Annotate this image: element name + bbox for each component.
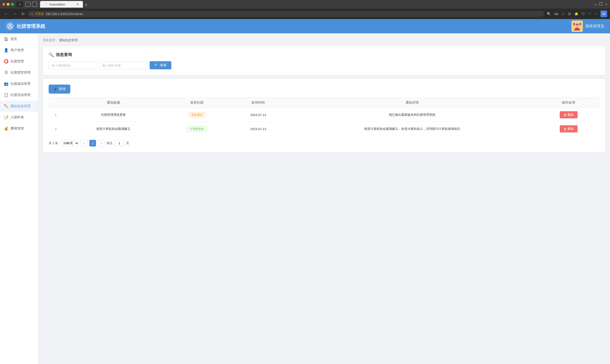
sidebar-item-activities-label: 社团活动管理 (11, 93, 30, 97)
notices-icon: ✏️ (4, 104, 9, 108)
delete-label: 删除 (568, 113, 574, 117)
sidebar-item-users-label: 用户管理 (11, 48, 24, 52)
members-icon: 👥 (4, 81, 9, 86)
row-detail: 祝贺计算机协会圆满建立，欢迎大家的加入，共同探讨计算机领域知识 (287, 122, 538, 136)
search-action-button[interactable]: 🔍 (546, 11, 552, 17)
delete-button[interactable]: 🗑 删除 (560, 111, 578, 118)
row-date: 2023-07-13 (230, 108, 287, 122)
notice-title-input[interactable] (49, 62, 96, 69)
svg-point-7 (577, 24, 578, 25)
add-btn-label: 新增 (59, 87, 65, 91)
sidebar-item-members-label: 社团成员管理 (11, 82, 30, 86)
shield-button[interactable]: 🛡 (581, 11, 586, 17)
sidebar-item-home-label: 首页 (11, 37, 17, 41)
search-title-text: 信息查询 (56, 52, 72, 57)
tab-icon: 📄 (44, 3, 47, 6)
sidebar-item-fees-label: 费用管理 (11, 127, 24, 131)
active-tab[interactable]: 📄 Association ✕ (40, 1, 83, 8)
fees-icon: 💰 (4, 126, 9, 131)
pagination: 共 2 条 10条/页20条/页50条/页 ‹ 1 › 前往 页 (49, 140, 599, 146)
app-header: 社团管理系统 系统管理员 (0, 19, 610, 33)
add-icon: ➕ (53, 87, 57, 91)
delete-icon: 🗑 (564, 113, 567, 117)
row-actions: 🗑 删除 (538, 122, 599, 136)
new-tab-button[interactable]: + (83, 3, 89, 8)
delete-label: 删除 (568, 127, 574, 131)
notices-table: 通知标题 发布社团 发布时间 通知详情 操作处理 1 社团管理系统更新 系统通知… (49, 97, 599, 136)
row-index: 2 (49, 122, 63, 136)
page-size-select[interactable]: 10条/页20条/页50条/页 (60, 140, 79, 146)
more-button[interactable]: ⋯ (594, 11, 599, 17)
reader-mode-button[interactable]: Aa (553, 11, 559, 17)
sidebar-item-club-types-label: 社团类型管理 (11, 70, 30, 75)
breadcrumb-current: 通知信息管理 (59, 38, 78, 42)
row-club: 计算机协会 (164, 122, 230, 136)
browser-nav: ← → ↻ ⚠ 不安全 192.168.1.8:9212/#/notices 🔍… (0, 9, 610, 19)
svg-rect-4 (573, 23, 575, 25)
team-name-input[interactable] (99, 62, 147, 69)
logo-icon (6, 22, 14, 30)
sidebar-item-notices[interactable]: ✏️ 通知信息管理 (0, 101, 38, 112)
col-actions: 操作处理 (538, 98, 599, 108)
sidebar-item-activities[interactable]: 📋 社团活动管理 (0, 89, 38, 101)
sidebar-item-home[interactable]: 🏠 首页 (0, 33, 38, 45)
split-view-button[interactable]: ⊡ (567, 11, 572, 17)
table-header-row: 通知标题 发布社团 发布时间 通知详情 操作处理 (49, 98, 599, 108)
tab-close-button[interactable]: ✕ (76, 2, 79, 6)
row-date: 2023-07-13 (230, 122, 287, 136)
users-icon: 👤 (4, 48, 9, 52)
svg-point-1 (9, 25, 11, 26)
delete-button[interactable]: 🗑 删除 (560, 125, 578, 132)
col-title: 通知标题 (63, 98, 164, 108)
sidebar-item-applications[interactable]: 📝 入团申请 (0, 112, 38, 123)
tab-title: Association (49, 3, 65, 6)
sidebar-item-users[interactable]: 👤 用户管理 (0, 45, 38, 56)
club-types-icon: ☰ (4, 70, 9, 75)
app-logo: 社团管理系统 (6, 22, 45, 30)
security-warning-text: 不安全 (35, 12, 44, 16)
search-card-title: 🔍 信息查询 (49, 52, 599, 57)
breadcrumb-home[interactable]: 系统首页 (43, 38, 55, 42)
browser-profile-button[interactable]: M (600, 11, 607, 17)
reload-button[interactable]: ↻ (20, 11, 26, 17)
sidebar-item-fees[interactable]: 💰 费用管理 (0, 123, 38, 134)
search-btn-label: 搜索 (160, 63, 167, 67)
delete-icon: 🗑 (564, 127, 567, 131)
breadcrumb: 系统首页 / 通知信息管理 (43, 38, 605, 42)
add-button[interactable]: ➕ 新增 (49, 85, 70, 94)
address-bar[interactable]: ⚠ 不安全 192.168.1.8:9212/#/notices (28, 11, 544, 17)
svg-rect-5 (580, 23, 581, 25)
col-detail: 通知详情 (287, 98, 538, 108)
page-1-button[interactable]: 1 (89, 140, 96, 146)
row-club: 系统通知 (164, 108, 230, 122)
row-actions: 🗑 删除 (538, 108, 599, 122)
sidebar-item-club-types[interactable]: ☰ 社团类型管理 (0, 67, 38, 78)
sidebar-item-members[interactable]: 👥 社团成员管理 (0, 78, 38, 89)
extensions-button[interactable]: ⭐ (573, 11, 579, 17)
table-row: 1 社团管理系统更新 系统通知 2023-07-13 现已推出最新版本的社团管理… (49, 108, 599, 122)
user-avatar (571, 21, 583, 32)
club-tag: 系统通知 (188, 112, 205, 118)
forward-button[interactable]: → (12, 11, 18, 17)
url-display: 192.168.1.8:9212/#/notices (46, 12, 541, 16)
favorite-button[interactable]: ♡ (587, 11, 592, 17)
sidebar-item-notices-label: 通知信息管理 (11, 104, 30, 108)
search-title-icon: 🔍 (49, 52, 54, 57)
sidebar: 🏠 首页 👤 用户管理 ⭕ 社团管理 ☰ 社团类型管理 👥 社团成员管理 📋 (0, 33, 38, 364)
sidebar-item-clubs[interactable]: ⭕ 社团管理 (0, 56, 38, 67)
table-row: 2 祝贺计算机协会圆满建立 计算机协会 2023-07-13 祝贺计算机协会圆满… (49, 122, 599, 136)
goto-page-input[interactable] (115, 140, 124, 146)
col-index (49, 98, 63, 108)
back-button[interactable]: ← (3, 11, 10, 17)
user-name: 系统管理员 (585, 24, 604, 29)
col-club: 发布社团 (164, 98, 230, 108)
app-user: 系统管理员 (571, 21, 604, 32)
bookmark-button[interactable]: ☆ (561, 11, 566, 17)
col-date: 发布时间 (230, 98, 287, 108)
search-card: 🔍 信息查询 🔍 搜索 (43, 46, 605, 75)
search-button[interactable]: 🔍 搜索 (150, 61, 171, 69)
next-page-button[interactable]: › (98, 140, 104, 146)
prev-page-button[interactable]: ‹ (81, 140, 88, 146)
svg-point-6 (576, 24, 577, 25)
club-tag: 计算机协会 (187, 126, 207, 132)
